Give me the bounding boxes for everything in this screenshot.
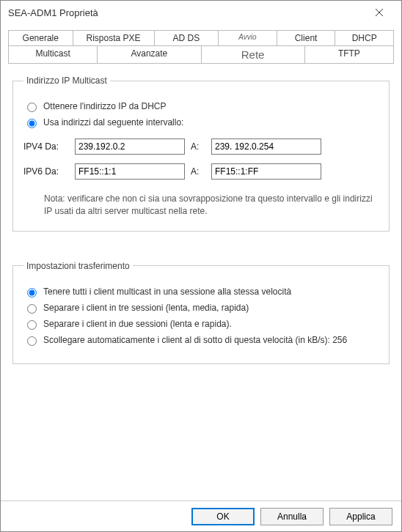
ipv6-from-label: IPV6 Da: xyxy=(23,166,69,177)
radio-ip-from-dhcp-label: Ottenere l'indirizzo IP da DHCP xyxy=(43,101,166,111)
group-multicast-ip: Indirizzo IP Multicast Ottenere l'indiri… xyxy=(12,75,390,232)
apply-button[interactable]: Applica xyxy=(329,508,392,525)
radio-three-sessions-label: Separare i client in tre sessioni (lenta… xyxy=(43,303,249,313)
tab-content-multicast: Indirizzo IP Multicast Ottenere l'indiri… xyxy=(1,64,401,500)
ip-range-grid: IPV4 Da: A: IPV6 Da: A: xyxy=(23,138,379,180)
tab-generale[interactable]: Generale xyxy=(8,30,73,46)
radio-ip-from-dhcp[interactable]: Ottenere l'indirizzo IP da DHCP xyxy=(23,100,379,112)
radio-two-sessions[interactable]: Separare i client in due sessioni (lenta… xyxy=(23,318,379,330)
radio-ip-from-range-input[interactable] xyxy=(27,119,37,128)
tab-rete[interactable]: Rete xyxy=(201,45,305,64)
close-icon xyxy=(375,8,384,17)
tab-dhcp[interactable]: DHCP xyxy=(335,30,394,46)
ipv4-to-input[interactable] xyxy=(211,138,321,155)
ipv4-from-label: IPV4 Da: xyxy=(23,141,69,152)
ipv4-to-label: A: xyxy=(191,141,205,152)
radio-three-sessions-input[interactable] xyxy=(27,304,37,314)
radio-same-speed[interactable]: Tenere tutti i client multicast in una s… xyxy=(23,286,379,298)
radio-two-sessions-label: Separare i client in due sessioni (lenta… xyxy=(43,319,232,329)
radio-two-sessions-input[interactable] xyxy=(27,320,37,330)
radio-same-speed-input[interactable] xyxy=(27,288,37,298)
radio-auto-disconnect-input[interactable] xyxy=(27,336,37,346)
ipv6-from-input[interactable] xyxy=(75,163,185,180)
tab-tftp[interactable]: TFTP xyxy=(304,45,394,64)
radio-ip-from-range[interactable]: Usa indirizzi dal seguente intervallo: xyxy=(23,117,379,128)
radio-ip-from-dhcp-input[interactable] xyxy=(27,103,37,112)
group-transfer-settings-legend: Impostazioni trasferimento xyxy=(23,261,133,271)
titlebar: SEA-ADM1 Proprietà xyxy=(1,1,401,24)
ok-button[interactable]: OK xyxy=(191,508,255,525)
properties-dialog: SEA-ADM1 Proprietà Generale Risposta PXE… xyxy=(0,0,402,532)
dialog-footer: OK Annulla Applica xyxy=(1,500,401,531)
ipv6-to-label: A: xyxy=(191,166,205,177)
tab-client[interactable]: Client xyxy=(277,30,336,46)
tab-avvio[interactable]: Avvio xyxy=(218,30,277,46)
tab-risposta-pxe[interactable]: Risposta PXE xyxy=(73,30,155,46)
close-button[interactable] xyxy=(365,1,394,24)
radio-ip-from-range-label: Usa indirizzi dal seguente intervallo: xyxy=(43,117,183,128)
ipv6-to-input[interactable] xyxy=(211,163,321,180)
radio-auto-disconnect-label: Scollegare automaticamente i client al d… xyxy=(43,335,347,345)
radio-same-speed-label: Tenere tutti i client multicast in una s… xyxy=(43,287,291,297)
group-multicast-ip-legend: Indirizzo IP Multicast xyxy=(23,75,110,86)
tab-avanzate[interactable]: Avanzate xyxy=(97,45,201,64)
window-title: SEA-ADM1 Proprietà xyxy=(8,7,365,18)
radio-auto-disconnect[interactable]: Scollegare automaticamente i client al d… xyxy=(23,334,379,346)
ip-range-note: Nota: verificare che non ci sia una sovr… xyxy=(44,193,376,218)
radio-three-sessions[interactable]: Separare i client in tre sessioni (lenta… xyxy=(23,302,379,314)
cancel-button[interactable]: Annulla xyxy=(260,508,324,525)
group-transfer-settings: Impostazioni trasferimento Tenere tutti … xyxy=(12,261,390,364)
tab-ad-ds[interactable]: AD DS xyxy=(154,30,219,46)
tab-strip: Generale Risposta PXE AD DS Avvio Client… xyxy=(1,24,401,64)
ipv4-from-input[interactable] xyxy=(75,138,185,155)
tab-multicast[interactable]: Multicast xyxy=(8,45,98,64)
